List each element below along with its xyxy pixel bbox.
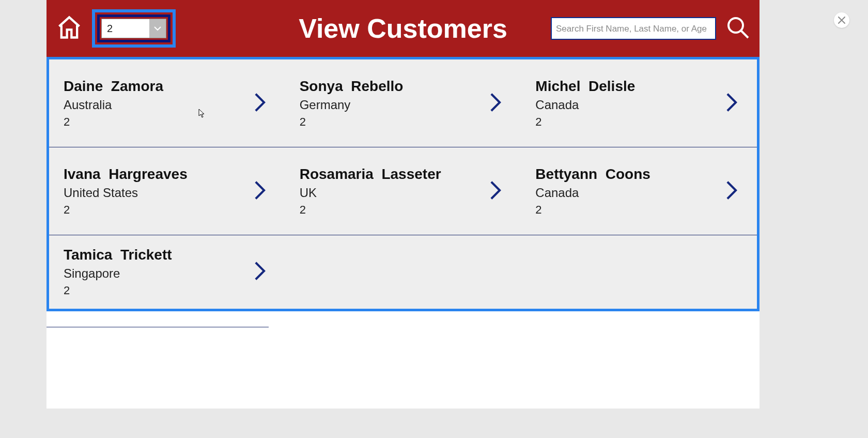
chevron-right-icon — [725, 180, 738, 203]
filter-dropdown-value: 2 — [102, 23, 149, 35]
chevron-right-icon — [725, 92, 738, 115]
svg-line-1 — [741, 31, 748, 38]
customer-grid: Daine Zamora Australia 2 Sonya Rebello G… — [49, 59, 757, 309]
close-button[interactable] — [834, 12, 849, 28]
customer-country: Canada — [535, 186, 725, 200]
filter-dropdown-inner: 2 — [97, 14, 171, 42]
customer-age: 2 — [64, 203, 253, 217]
customer-age: 2 — [64, 284, 253, 297]
customer-country: Singapore — [64, 266, 253, 281]
page-title: View Customers — [299, 13, 507, 44]
customer-country: UK — [300, 186, 489, 200]
customer-cell[interactable]: Bettyann Coons Canada 2 — [521, 147, 757, 235]
footer-divider — [47, 327, 269, 327]
customer-cell[interactable]: Ivana Hargreaves United States 2 — [49, 147, 285, 235]
customer-country: Germany — [300, 98, 489, 112]
customer-country: Australia — [64, 98, 253, 112]
customer-age: 2 — [300, 115, 489, 129]
customer-name: Tamica Trickett — [64, 247, 253, 263]
customer-cell[interactable]: Daine Zamora Australia 2 — [49, 59, 285, 147]
chevron-right-icon — [253, 261, 267, 283]
customer-cell[interactable]: Tamica Trickett Singapore 2 — [49, 235, 285, 309]
customer-row: Tamica Trickett Singapore 2 — [49, 235, 757, 309]
customer-row: Ivana Hargreaves United States 2 Rosamar… — [49, 147, 757, 235]
svg-point-0 — [729, 18, 743, 33]
customer-cell[interactable]: Sonya Rebello Germany 2 — [285, 59, 521, 147]
customer-name: Ivana Hargreaves — [64, 166, 253, 183]
customer-grid-highlight: Daine Zamora Australia 2 Sonya Rebello G… — [47, 57, 760, 311]
home-icon — [56, 14, 83, 41]
header-right-group — [551, 15, 750, 42]
chevron-down-icon — [149, 19, 166, 38]
customer-age: 2 — [64, 115, 253, 129]
customer-country: Canada — [535, 98, 725, 112]
customer-age: 2 — [535, 115, 725, 129]
header-bar: 2 View Customers — [47, 0, 760, 57]
customer-cell-empty — [285, 235, 521, 309]
customer-cell-empty — [521, 235, 757, 309]
customer-name: Daine Zamora — [64, 78, 253, 95]
chevron-right-icon — [253, 180, 267, 203]
app-window: 2 View Customers Daine Zamora Aus — [47, 0, 760, 409]
filter-dropdown-highlight: 2 — [92, 9, 176, 48]
customer-row: Daine Zamora Australia 2 Sonya Rebello G… — [49, 59, 757, 147]
customer-age: 2 — [535, 203, 725, 217]
search-button[interactable] — [725, 15, 750, 42]
chevron-right-icon — [489, 180, 502, 203]
customer-name: Bettyann Coons — [535, 166, 725, 183]
customer-name: Michel Delisle — [535, 78, 725, 95]
search-icon — [725, 15, 750, 40]
customer-name: Sonya Rebello — [300, 78, 489, 95]
customer-cell[interactable]: Rosamaria Lasseter UK 2 — [285, 147, 521, 235]
chevron-right-icon — [489, 92, 502, 115]
customer-age: 2 — [300, 203, 489, 217]
close-icon — [838, 17, 845, 24]
customer-cell[interactable]: Michel Delisle Canada 2 — [521, 59, 757, 147]
home-button[interactable] — [56, 14, 83, 43]
customer-name: Rosamaria Lasseter — [300, 166, 489, 183]
filter-dropdown[interactable]: 2 — [101, 19, 166, 38]
chevron-right-icon — [253, 92, 267, 115]
customer-country: United States — [64, 186, 253, 200]
search-input[interactable] — [551, 17, 716, 40]
